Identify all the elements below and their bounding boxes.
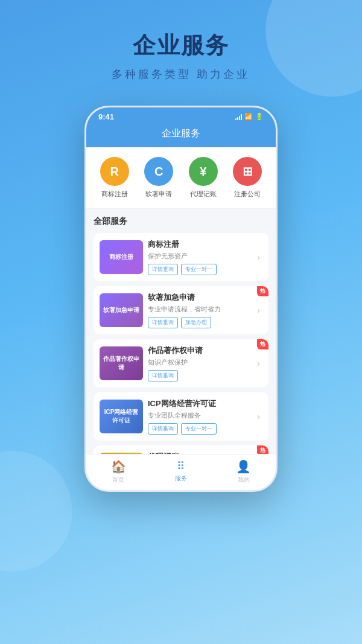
service-thumb-icp: ICP网络经营许可证	[100, 400, 143, 433]
service-desc-trademark: 保护无形资产	[148, 252, 252, 261]
bg-decoration-circle-bl	[0, 451, 72, 572]
service-info-icp: ICP网络经营许可证 专业团队全程服务 详情垂询 专业一对一	[143, 398, 257, 435]
tag-detail-2[interactable]: 详情垂询	[148, 370, 178, 381]
nav-label-software: 软著申请	[145, 190, 172, 199]
status-time: 9:41	[98, 112, 114, 121]
service-thumb-agent: 代理记账	[100, 453, 143, 454]
tag-urgent-1[interactable]: 加急办理	[181, 317, 211, 328]
service-item-agent-account[interactable]: 热 代理记账 代理记账 专业财会团队服务 详情垂询 初创首选 ›	[94, 445, 268, 454]
nav-icon-software: C	[144, 157, 173, 186]
status-bar: 9:41 📶 🔋	[86, 107, 276, 124]
chevron-trademark: ›	[257, 252, 260, 262]
signal-icon	[235, 114, 242, 120]
service-item-copyright[interactable]: 热 作品著作权申请 作品著作权申请 知识产权保护 详情垂询 ›	[94, 339, 268, 387]
wifi-icon: 📶	[244, 113, 253, 121]
chevron-software: ›	[257, 305, 260, 315]
phone-frame: 9:41 📶 🔋 企业服务 R 商标注册 C	[84, 106, 278, 492]
section-title: 全部服务	[94, 216, 268, 227]
nav-label-agent: 代理记账	[190, 190, 217, 199]
tab-service[interactable]: ⠿ 服务	[175, 459, 187, 484]
service-thumb-software: 软著加急申请	[100, 293, 143, 327]
nav-item-agent[interactable]: ¥ 代理记账	[189, 157, 218, 199]
service-thumb-trademark: 商标注册	[100, 240, 143, 274]
service-tags-copyright: 详情垂询	[148, 370, 252, 381]
phone-wrapper: 9:41 📶 🔋 企业服务 R 商标注册 C	[84, 106, 278, 492]
status-icons: 📶 🔋	[235, 113, 264, 121]
service-item-software[interactable]: 热 软著加急申请 软著加急申请 专业申请流程，省时省力 详情垂询 加急办理 ›	[94, 286, 268, 334]
service-desc-icp: 专业团队全程服务	[148, 411, 252, 420]
service-name-software: 软著加急申请	[148, 292, 252, 303]
nav-icon-trademark: R	[100, 157, 129, 186]
hot-badge-agent: 热	[257, 445, 268, 454]
header-area: 企业服务 多种服务类型 助力企业	[0, 0, 362, 100]
quick-nav: R 商标注册 C 软著申请 ¥ 代理记账 ⊞ 注册公司	[86, 147, 276, 209]
service-item-trademark[interactable]: 商标注册 商标注册 保护无形资产 详情垂询 专业一对一 ›	[94, 233, 268, 281]
tag-detail-0[interactable]: 详情垂询	[148, 264, 178, 275]
service-thumb-copyright: 作品著作权申请	[100, 346, 143, 380]
sub-title: 多种服务类型 助力企业	[0, 67, 362, 81]
tag-detail-3[interactable]: 详情垂询	[148, 423, 178, 435]
service-info-agent: 代理记账 专业财会团队服务 详情垂询 初创首选	[143, 451, 257, 454]
service-name-trademark: 商标注册	[148, 239, 252, 250]
service-desc-copyright: 知识产权保护	[148, 358, 252, 367]
nav-icon-agent: ¥	[189, 157, 218, 186]
service-name-copyright: 作品著作权申请	[148, 345, 252, 356]
chevron-icp: ›	[257, 412, 260, 421]
nav-icon-register: ⊞	[233, 157, 262, 186]
nav-item-software[interactable]: C 软著申请	[144, 157, 173, 199]
tab-home[interactable]: 🏠 首页	[111, 459, 126, 484]
service-item-icp[interactable]: ICP网络经营许可证 ICP网络经营许可证 专业团队全程服务 详情垂询 专业一对…	[94, 392, 268, 441]
tab-icon-service: ⠿	[177, 459, 185, 473]
chevron-copyright: ›	[257, 359, 260, 368]
tab-label-mine: 我的	[238, 476, 250, 484]
service-tags-software: 详情垂询 加急办理	[148, 317, 252, 328]
hot-badge-software: 热	[257, 286, 268, 296]
nav-label-trademark: 商标注册	[101, 190, 128, 199]
tab-icon-mine: 👤	[236, 459, 251, 474]
content-area: 全部服务 商标注册 商标注册 保护无形资产 详情垂询 专业一对一 › 热 软著加…	[86, 209, 276, 454]
service-info-trademark: 商标注册 保护无形资产 详情垂询 专业一对一	[143, 239, 257, 275]
nav-label-register: 注册公司	[234, 190, 261, 199]
service-name-agent: 代理记账	[148, 451, 252, 454]
service-info-copyright: 作品著作权申请 知识产权保护 详情垂询	[143, 345, 257, 381]
main-title: 企业服务	[0, 30, 362, 61]
phone-header-title: 企业服务	[162, 128, 200, 138]
service-tags-trademark: 详情垂询 专业一对一	[148, 264, 252, 275]
tab-label-service: 服务	[175, 474, 187, 483]
tag-detail-1[interactable]: 详情垂询	[148, 317, 178, 328]
nav-item-register[interactable]: ⊞ 注册公司	[233, 157, 262, 199]
service-name-icp: ICP网络经营许可证	[148, 398, 252, 409]
tab-label-home: 首页	[112, 476, 124, 484]
service-desc-software: 专业申请流程，省时省力	[148, 305, 252, 314]
tab-bar: 🏠 首页 ⠿ 服务 👤 我的	[86, 454, 276, 490]
tab-icon-home: 🏠	[111, 459, 126, 474]
hot-badge-copyright: 热	[257, 339, 268, 349]
service-tags-icp: 详情垂询 专业一对一	[148, 423, 252, 435]
battery-icon: 🔋	[255, 113, 264, 121]
service-info-software: 软著加急申请 专业申请流程，省时省力 详情垂询 加急办理	[143, 292, 257, 328]
phone-header: 企业服务	[86, 124, 276, 147]
tag-expert-0[interactable]: 专业一对一	[181, 264, 217, 275]
tab-mine[interactable]: 👤 我的	[236, 459, 251, 484]
nav-item-trademark[interactable]: R 商标注册	[100, 157, 129, 199]
tag-expert-3[interactable]: 专业一对一	[181, 423, 217, 435]
